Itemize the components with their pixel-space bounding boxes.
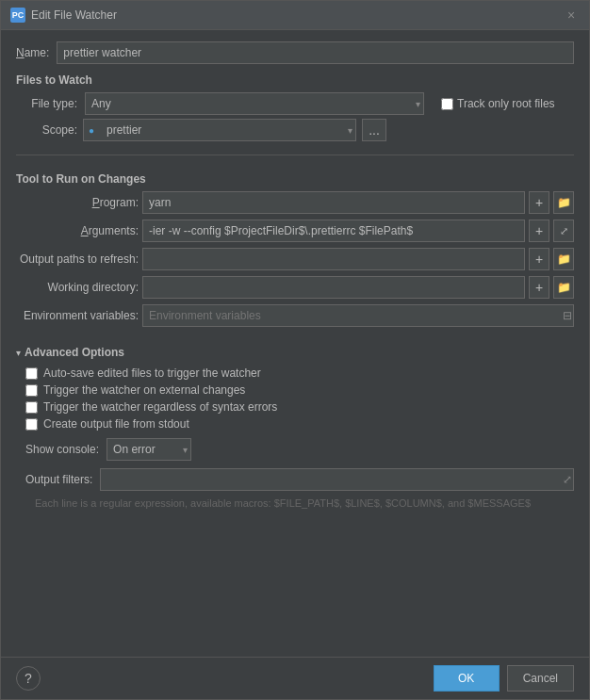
env-vars-row: Environment variables: ⊟: [16, 304, 574, 327]
scope-select[interactable]: prettier: [83, 119, 356, 141]
env-vars-edit-button[interactable]: ⊟: [563, 309, 572, 322]
cancel-button[interactable]: Cancel: [507, 665, 574, 692]
scope-ellipsis-button[interactable]: ...: [362, 119, 386, 141]
arguments-add-button[interactable]: +: [529, 220, 549, 242]
output-filters-expand-button[interactable]: ⤢: [563, 473, 572, 486]
create-output-row: Create output file from stdout: [25, 417, 574, 431]
track-only-root-checkbox[interactable]: [441, 98, 453, 110]
working-dir-input[interactable]: [142, 276, 525, 299]
advanced-options-list: Auto-save edited files to trigger the wa…: [16, 366, 574, 511]
hint-text: Each line is a regular expression, avail…: [25, 497, 574, 511]
advanced-options-section: ▾ Advanced Options Auto-save edited file…: [16, 346, 574, 511]
advanced-options-title: Advanced Options: [25, 346, 124, 359]
scope-select-wrapper: ● prettier ▾: [83, 119, 356, 141]
ok-button[interactable]: OK: [434, 665, 500, 692]
show-console-label: Show console:: [25, 443, 99, 456]
trigger-external-label: Trigger the watcher on external changes: [43, 383, 245, 397]
arguments-label: Arguments:: [16, 224, 139, 237]
tool-section-title: Tool to Run on Changes: [16, 172, 574, 186]
trigger-syntax-checkbox[interactable]: [25, 401, 38, 414]
file-type-select-wrapper: Any ▾: [85, 92, 424, 115]
help-button[interactable]: ?: [16, 666, 41, 691]
arguments-expand-button[interactable]: ⤢: [553, 220, 574, 242]
env-vars-label: Environment variables:: [16, 309, 139, 322]
auto-save-label: Auto-save edited files to trigger the wa…: [43, 366, 261, 380]
create-output-checkbox[interactable]: [25, 418, 38, 431]
output-filters-row: Output filters: ⤢: [25, 468, 574, 491]
working-dir-add-button[interactable]: +: [529, 276, 549, 299]
program-label: Program:: [16, 196, 139, 209]
working-dir-row: Working directory: + 📁: [16, 276, 574, 299]
create-output-label: Create output file from stdout: [43, 417, 189, 431]
trigger-syntax-row: Trigger the watcher regardless of syntax…: [25, 400, 574, 414]
name-input[interactable]: [57, 41, 574, 64]
close-button[interactable]: ×: [563, 7, 580, 24]
program-add-button[interactable]: +: [529, 191, 549, 214]
arguments-row: Arguments: + ⤢: [16, 220, 574, 242]
trigger-external-row: Trigger the watcher on external changes: [25, 383, 574, 397]
file-type-label: File type:: [16, 97, 77, 110]
program-input[interactable]: [142, 191, 525, 214]
working-dir-label: Working directory:: [16, 281, 139, 294]
auto-save-checkbox[interactable]: [25, 367, 38, 380]
footer-buttons: OK Cancel: [434, 665, 574, 692]
env-vars-input-wrapper: ⊟: [142, 304, 574, 327]
trigger-syntax-label: Trigger the watcher regardless of syntax…: [43, 400, 277, 414]
program-folder-button[interactable]: 📁: [553, 191, 574, 214]
auto-save-row: Auto-save edited files to trigger the wa…: [25, 366, 574, 380]
files-to-watch-section: Files to Watch File type: Any ▾ Track on…: [16, 73, 574, 141]
console-select-wrapper: Always On error Never ▾: [107, 438, 191, 461]
arguments-input[interactable]: [142, 220, 525, 242]
output-filters-label: Output filters:: [25, 473, 92, 486]
program-row: Program: + 📁: [16, 191, 574, 214]
track-only-root-label[interactable]: Track only root files: [441, 97, 555, 110]
console-row: Show console: Always On error Never ▾: [25, 438, 574, 461]
console-select[interactable]: Always On error Never: [107, 438, 191, 461]
dialog-title: Edit File Watcher: [31, 8, 563, 22]
output-paths-row: Output paths to refresh: + 📁: [16, 248, 574, 270]
output-filters-input-wrapper: ⤢: [100, 468, 574, 491]
scope-row: Scope: ● prettier ▾ ...: [16, 119, 574, 141]
edit-file-watcher-dialog: PC Edit File Watcher × Name: Files to Wa…: [0, 0, 590, 700]
divider-1: [16, 155, 574, 155]
file-type-row: File type: Any ▾ Track only root files: [16, 92, 574, 115]
advanced-toggle[interactable]: ▾ Advanced Options: [16, 346, 574, 359]
working-dir-folder-button[interactable]: 📁: [553, 276, 574, 299]
app-icon: PC: [10, 8, 25, 23]
file-type-select[interactable]: Any: [85, 92, 424, 115]
footer: ? OK Cancel: [1, 657, 589, 699]
output-paths-input[interactable]: [142, 248, 525, 270]
output-paths-label: Output paths to refresh:: [16, 252, 139, 266]
env-vars-input[interactable]: [142, 304, 574, 327]
files-section-title: Files to Watch: [16, 73, 574, 87]
title-bar: PC Edit File Watcher ×: [1, 1, 589, 30]
advanced-toggle-icon: ▾: [16, 348, 21, 358]
output-filters-input[interactable]: [100, 468, 574, 491]
name-label: Name:: [16, 46, 49, 59]
output-paths-folder-button[interactable]: 📁: [553, 248, 574, 270]
tool-section: Tool to Run on Changes Program: + 📁 Argu…: [16, 172, 574, 333]
output-paths-add-button[interactable]: +: [529, 248, 549, 270]
dialog-content: Name: Files to Watch File type: Any ▾ Tr…: [1, 30, 589, 657]
scope-label: Scope:: [16, 123, 77, 137]
trigger-external-checkbox[interactable]: [25, 384, 38, 397]
name-row: Name:: [16, 41, 574, 64]
